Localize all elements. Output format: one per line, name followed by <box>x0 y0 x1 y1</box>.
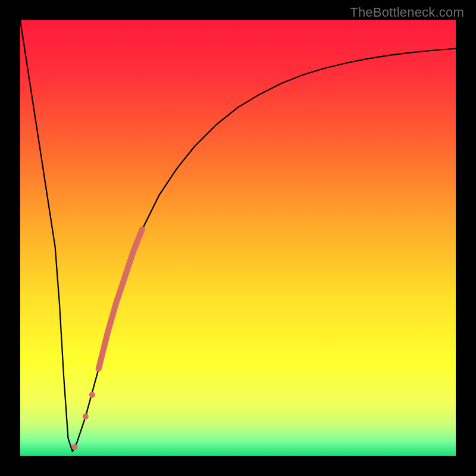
highlight-dot <box>89 392 95 398</box>
highlight-dot <box>72 444 78 450</box>
watermark-text: TheBottleneck.com <box>350 5 464 20</box>
chart-background <box>20 20 456 456</box>
chart-svg <box>20 20 456 456</box>
chart-plot-area <box>20 20 456 456</box>
highlight-dot <box>83 414 89 419</box>
